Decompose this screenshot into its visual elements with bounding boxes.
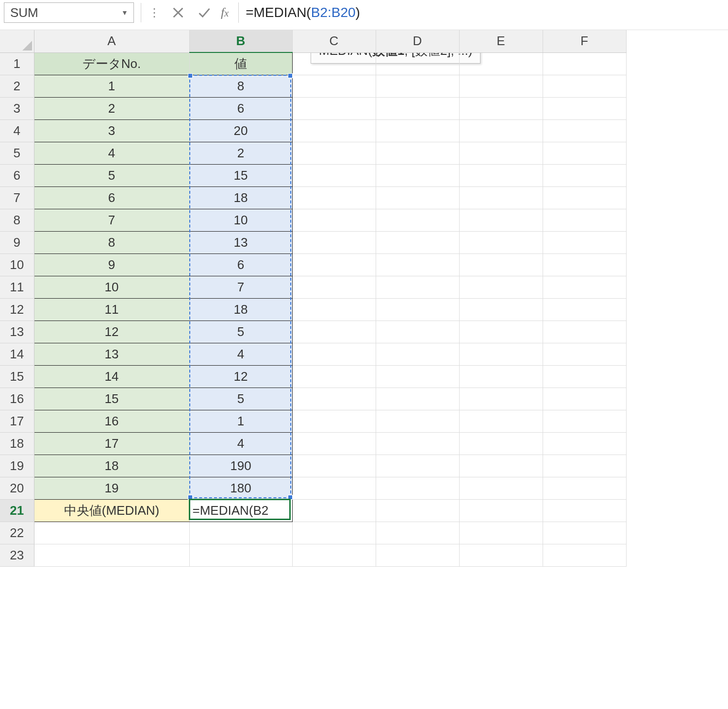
cell[interactable]	[292, 388, 376, 410]
row-header[interactable]: 12	[0, 298, 34, 321]
cell[interactable]	[292, 209, 376, 231]
row-header[interactable]: 22	[0, 522, 34, 544]
cell[interactable]	[459, 298, 543, 321]
cell[interactable]	[292, 432, 376, 455]
cell[interactable]	[376, 477, 459, 499]
cell[interactable]	[543, 499, 626, 522]
cell[interactable]	[543, 142, 626, 164]
cell[interactable]	[543, 321, 626, 343]
row-header[interactable]: 17	[0, 410, 34, 432]
cell[interactable]	[376, 164, 459, 186]
cell[interactable]	[376, 522, 459, 544]
cell[interactable]	[459, 253, 543, 276]
cell[interactable]	[543, 253, 626, 276]
cell[interactable]	[292, 142, 376, 164]
cell[interactable]	[459, 343, 543, 365]
cell[interactable]	[543, 410, 626, 432]
cell[interactable]: 8	[34, 231, 189, 253]
name-box[interactable]: SUM ▼	[4, 2, 134, 23]
more-icon[interactable]: ⋮	[148, 6, 162, 19]
cell[interactable]	[459, 97, 543, 119]
cell[interactable]	[543, 477, 626, 499]
cell[interactable]: 3	[34, 119, 189, 142]
row-header[interactable]: 14	[0, 343, 34, 365]
row-header[interactable]: 4	[0, 119, 34, 142]
cell[interactable]	[292, 75, 376, 97]
cell[interactable]	[459, 410, 543, 432]
cell[interactable]: 1	[34, 75, 189, 97]
cell[interactable]: 2	[189, 142, 292, 164]
cell[interactable]: 6	[189, 97, 292, 119]
cell[interactable]	[543, 455, 626, 477]
row-header[interactable]: 1	[0, 52, 34, 75]
col-header-F[interactable]: F	[543, 30, 626, 52]
cell[interactable]	[292, 410, 376, 432]
cell[interactable]	[543, 276, 626, 298]
enter-button[interactable]	[195, 3, 214, 22]
cell[interactable]	[376, 432, 459, 455]
cell[interactable]	[459, 455, 543, 477]
cell[interactable]	[189, 522, 292, 544]
row-header[interactable]: 10	[0, 253, 34, 276]
cell[interactable]	[459, 365, 543, 388]
cell[interactable]	[376, 142, 459, 164]
cell[interactable]: 15	[189, 164, 292, 186]
cell[interactable]	[292, 164, 376, 186]
cell[interactable]	[376, 343, 459, 365]
cell[interactable]	[292, 231, 376, 253]
cell[interactable]	[376, 209, 459, 231]
cell[interactable]	[459, 477, 543, 499]
cell[interactable]	[376, 388, 459, 410]
fx-icon[interactable]: fx	[221, 5, 229, 20]
row-header[interactable]: 13	[0, 321, 34, 343]
col-header-A[interactable]: A	[34, 30, 189, 52]
row-header[interactable]: 9	[0, 231, 34, 253]
cell[interactable]	[292, 119, 376, 142]
cell[interactable]: 10	[189, 209, 292, 231]
cell[interactable]	[292, 97, 376, 119]
cell[interactable]	[376, 455, 459, 477]
row-header[interactable]: 11	[0, 276, 34, 298]
cell[interactable]: 19	[34, 477, 189, 499]
cell[interactable]	[543, 119, 626, 142]
cell[interactable]	[292, 52, 376, 75]
cell[interactable]: 12	[34, 321, 189, 343]
col-header-E[interactable]: E	[459, 30, 543, 52]
active-cell[interactable]: =MEDIAN(B2	[189, 499, 292, 522]
cell[interactable]	[543, 186, 626, 209]
cell[interactable]	[543, 343, 626, 365]
cell[interactable]: 13	[189, 231, 292, 253]
cell[interactable]	[292, 186, 376, 209]
cell[interactable]: 4	[189, 343, 292, 365]
formula-input[interactable]: =MEDIAN(B2:B20)	[238, 2, 724, 23]
cell[interactable]: 18	[189, 186, 292, 209]
cell[interactable]	[34, 544, 189, 566]
cell[interactable]	[376, 321, 459, 343]
cell[interactable]: 18	[34, 455, 189, 477]
cell[interactable]	[459, 276, 543, 298]
cell[interactable]: 190	[189, 455, 292, 477]
cell[interactable]: 13	[34, 343, 189, 365]
cell[interactable]	[459, 388, 543, 410]
cell[interactable]	[459, 119, 543, 142]
cell[interactable]: 9	[34, 253, 189, 276]
col-header-B[interactable]: B	[189, 30, 292, 52]
name-box-dropdown-icon[interactable]: ▼	[119, 9, 131, 17]
cell[interactable]	[376, 75, 459, 97]
cell[interactable]	[543, 52, 626, 75]
col-header-D[interactable]: D	[376, 30, 459, 52]
cell[interactable]	[376, 119, 459, 142]
select-all-corner[interactable]	[0, 30, 34, 52]
cancel-button[interactable]	[168, 3, 188, 22]
cell[interactable]	[459, 499, 543, 522]
cell[interactable]	[292, 477, 376, 499]
cell[interactable]: 12	[189, 365, 292, 388]
cell[interactable]: 5	[34, 164, 189, 186]
cell[interactable]	[543, 298, 626, 321]
cell[interactable]: 15	[34, 388, 189, 410]
cell[interactable]: 16	[34, 410, 189, 432]
cell[interactable]	[189, 544, 292, 566]
cell[interactable]	[376, 499, 459, 522]
row-header[interactable]: 2	[0, 75, 34, 97]
cell[interactable]	[376, 544, 459, 566]
